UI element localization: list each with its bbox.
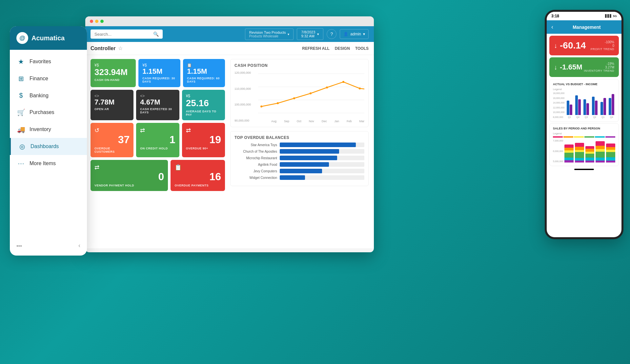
sales-legend-pink [553, 136, 563, 138]
inventory-trend-widget[interactable]: ↓ -1.65M -19% 3.27M INVENTORY TREND [549, 57, 619, 77]
vendor-payment-hold-widget[interactable]: ⇄ 0 VENDOR PAYMENT HOLD [91, 160, 168, 191]
open-ar-label: OPEN AR [94, 107, 130, 111]
tools-button[interactable]: TOOLS [355, 46, 369, 51]
bar-track-6 [280, 175, 364, 180]
admin-user-icon: 👤 [343, 32, 348, 36]
bar-track-4 [280, 162, 364, 167]
seg-4-1 [596, 141, 605, 146]
income-bar-q4: Q4 [574, 95, 582, 118]
more-items-icon: ⋯ [17, 160, 25, 167]
income-chart-title: ACTUAL VS BUDGET - INCOME [553, 83, 615, 86]
cash-expected-widget[interactable]: <> 4.67M CASH EXPECTED 30 DAYS [136, 90, 179, 120]
sidebar-item-more-items[interactable]: ⋯ More Items [10, 155, 87, 172]
help-button[interactable]: ? [327, 29, 336, 39]
credit-hold-label: ON CREDIT HOLD [140, 147, 175, 150]
income-bar-q1b: Q1 [600, 98, 607, 118]
sales-y-6m: 6,000,000 [553, 150, 563, 152]
sidebar-item-purchases[interactable]: 🛒 Purchases [10, 104, 87, 121]
income-bar-budget-4 [595, 101, 598, 115]
sales-col-3 [585, 146, 595, 163]
phone-status-bar: 3:18 ▋▋▋ 5G [547, 12, 621, 20]
refresh-all-button[interactable]: REFRESH ALL [302, 46, 330, 51]
cash-on-hand-widget[interactable]: ¥$ 323.94M CASH ON-HAND [91, 59, 136, 87]
window-minimize-dot[interactable] [95, 20, 98, 23]
sales-y-5m: 5,000,000 [553, 160, 563, 163]
seg-2-1 [575, 143, 584, 147]
seg-3-5 [585, 158, 595, 161]
seg-4-5 [596, 158, 605, 161]
admin-menu[interactable]: 👤 admin ▾ [340, 29, 369, 39]
cash-expected-label: CASH EXPECTED 30 DAYS [140, 107, 175, 114]
x-label-oct: Oct [297, 120, 301, 123]
date-selector[interactable]: 7/8/2023 9:32 AM ▾ [297, 28, 323, 40]
cash-required-30-widget[interactable]: ¥$ 1.15M CASH REQUIRED: 30 DAYS [138, 59, 180, 87]
x-label-feb: Feb [347, 120, 352, 123]
cash-expected-value: 4.67M [140, 98, 175, 106]
favorites-icon: ★ [17, 58, 25, 66]
x-label-mar: Mar [359, 120, 364, 123]
cash-req-30-label: CASH REQUIRED: 30 DAYS [142, 77, 176, 83]
income-bar-q3: Q3 [582, 99, 590, 118]
widget-row-4: ⇄ 0 VENDOR PAYMENT HOLD 📋 16 OVERDUE PAY… [91, 160, 225, 191]
phone-back-button[interactable]: ‹ [551, 24, 553, 30]
signal-icon: ▋▋▋ 5G [605, 14, 617, 18]
avg-days-label: AVERAGE DAYS TO PAY [186, 110, 221, 116]
credit-hold-widget[interactable]: ⇄ 1 ON CREDIT HOLD [136, 123, 179, 157]
avg-days-pay-widget[interactable]: ¥$ 25.16 AVERAGE DAYS TO PAY [182, 90, 225, 120]
search-box[interactable]: 🔍 [91, 29, 163, 39]
overdue-payments-widget[interactable]: 📋 16 OVERDUE PAYMENTS [171, 160, 225, 191]
phone-home-indicator[interactable] [574, 169, 594, 170]
overdue-customers-widget[interactable]: ↺ 37 OVERDUE CUSTOMERS [91, 123, 133, 157]
search-input[interactable] [94, 32, 151, 37]
design-button[interactable]: DESIGN [335, 46, 350, 51]
income-y-10: 10,000,000 [553, 111, 564, 113]
income-bar-budget-5 [603, 98, 606, 115]
cash-req-60-label: CASH REQUIRED: 60 DAYS [187, 77, 221, 83]
left-widgets: ¥$ 323.94M CASH ON-HAND ¥$ 1.15M CASH RE… [91, 59, 225, 191]
y-label-3: 100,000,000 [234, 103, 258, 106]
sidebar-item-finance[interactable]: ⊞ Finance [10, 70, 87, 87]
income-chart-legend: Legend [553, 88, 615, 91]
open-ar-widget[interactable]: <> 7.78M OPEN AR [91, 90, 133, 120]
sales-legend-purple [605, 136, 615, 138]
inventory-down-arrow-icon: ↓ [554, 64, 557, 71]
bar-track-3 [280, 156, 364, 160]
header-actions: REFRESH ALL DESIGN TOOLS [302, 46, 369, 51]
seg-2-4 [575, 152, 584, 158]
profit-trend-widget[interactable]: ↓ -60.14 -100% 0 PROFIT TREND [549, 36, 619, 55]
logo-icon: @ [16, 32, 28, 44]
svg-point-9 [342, 81, 344, 83]
income-bar-budget-1 [570, 105, 572, 115]
sidebar-item-favorites[interactable]: ★ Favorites [10, 53, 87, 70]
sidebar-item-dashboards[interactable]: ◎ Dashboards [10, 138, 87, 155]
seg-1-4 [564, 153, 574, 158]
favorite-star-icon[interactable]: ☆ [118, 45, 123, 51]
sales-legend-yellow [574, 136, 584, 138]
nav-brand-selector[interactable]: Revision Two Products Products Wholesale… [245, 29, 294, 40]
inventory-trend-value: -1.65M [560, 63, 582, 71]
bar-row-4: Agrilink Food [234, 162, 364, 167]
income-bar-q4b: Q4 [608, 94, 615, 118]
bar-row-5: Jevy Computers [234, 169, 364, 173]
purchases-icon: 🛒 [17, 108, 25, 116]
income-bar-actual-2 [575, 95, 578, 115]
profit-trend-label: PROFIT TREND [591, 48, 614, 51]
svg-point-6 [293, 97, 295, 99]
bar-label-3: Microchip Restaurant [234, 156, 277, 160]
cash-chart-title: CASH POSITION [234, 63, 364, 68]
overdue-90-widget[interactable]: ⇄ 19 OVERDUE 90+ [182, 123, 225, 157]
income-bar-q1a: Q1 [566, 101, 573, 118]
sidebar-label-more-items: More Items [30, 161, 56, 166]
window-maximize-dot[interactable] [100, 20, 104, 23]
svg-point-10 [359, 87, 361, 89]
window-close-dot[interactable] [90, 20, 93, 23]
overdue-payments-value: 16 [174, 171, 221, 182]
seg-1-1 [564, 144, 574, 148]
cash-required-60-widget[interactable]: 📋 1.15M CASH REQUIRED: 60 DAYS [183, 59, 225, 87]
sidebar-collapse-button[interactable]: ‹ [78, 242, 80, 249]
sidebar-label-favorites: Favorites [30, 59, 51, 65]
income-x-q1: Q1 [568, 116, 571, 118]
sidebar-item-banking[interactable]: $ Banking [10, 87, 87, 104]
sidebar-item-inventory[interactable]: 🚚 Inventory [10, 121, 87, 138]
cash-req-30-value: 1.15M [142, 67, 176, 75]
